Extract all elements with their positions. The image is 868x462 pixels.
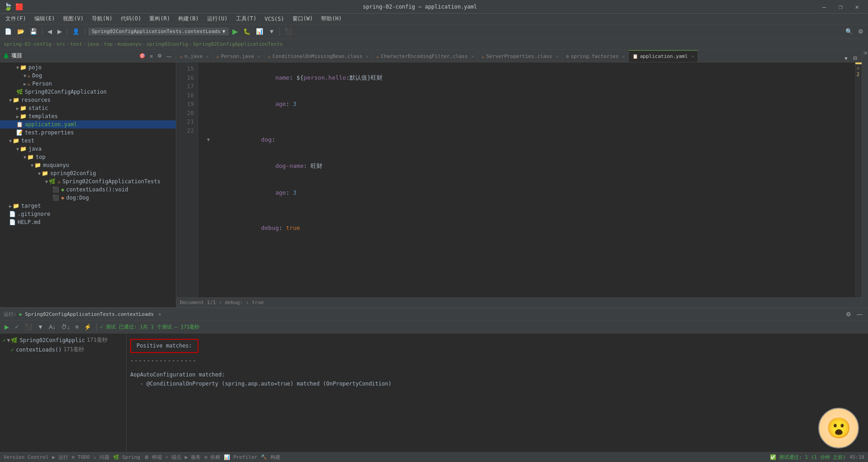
rerun-button[interactable]: ▶ <box>3 323 11 331</box>
menu-window[interactable]: 窗口(W) <box>289 14 317 24</box>
tab-close-button[interactable]: ✕ <box>366 54 368 59</box>
tree-item-contextloads[interactable]: ⬛ ◆ contextLoads():void <box>0 186 176 194</box>
stop-button[interactable]: ⬛ <box>283 27 294 36</box>
toolbar-user-button[interactable]: 👤 <box>71 27 81 36</box>
test-item-applic[interactable]: ✓ ▼ 🌿 Spring02ConfigApplic 171毫秒 <box>0 335 126 345</box>
run-config-selector[interactable]: Spring02ConfigApplicationTests.contextLo… <box>88 28 229 35</box>
status-run[interactable]: ▶ 运行 <box>52 454 68 461</box>
status-vcs[interactable]: Version Control <box>4 454 48 460</box>
tree-item-spring02configapptests[interactable]: ▼ 🌿 ☕ Spring02ConfigApplicationTests <box>0 177 176 186</box>
toggle-output-button[interactable]: ▼ <box>36 323 45 331</box>
status-services[interactable]: ▶ 服务 <box>185 454 201 461</box>
tree-item-helpmd[interactable]: 📄 HELP.md <box>0 218 176 226</box>
tab-close-button[interactable]: ✕ <box>206 54 209 59</box>
tab-springfactories[interactable]: ⚙ spring.factories ✕ <box>562 50 629 62</box>
sidebar-settings-button[interactable]: ⚙ <box>156 52 164 60</box>
bc-root[interactable]: spring-02-config <box>4 41 52 47</box>
expand-arrow[interactable]: ▼ <box>38 171 41 176</box>
bc-src[interactable]: src <box>57 41 66 47</box>
menu-tools[interactable]: 工具(T) <box>232 14 260 24</box>
tree-item-resources[interactable]: ▼ 📁 resources <box>0 96 176 104</box>
expand-arrow[interactable]: ▶ <box>9 204 12 209</box>
panel-tab-close[interactable]: ✕ <box>158 311 161 317</box>
menu-code[interactable]: 代码(O) <box>117 14 145 24</box>
tab-close-button[interactable]: ✕ <box>472 54 474 59</box>
status-problems[interactable]: ⚠ 问题 <box>93 454 109 461</box>
tab-split-button[interactable]: ⊟ <box>851 54 859 62</box>
filter-tests-button[interactable]: ⚡ <box>82 323 93 331</box>
tree-item-gitignore[interactable]: 📄 .gitignore <box>0 210 176 218</box>
status-build[interactable]: 🔨 构建 <box>261 454 280 461</box>
bc-muquanyu[interactable]: muquanyu <box>118 41 142 47</box>
tree-item-top[interactable]: ▼ 📁 top <box>0 153 176 161</box>
tab-conditionalonmissingbean[interactable]: ☕ ConditionalOnMissingBean.class ✕ <box>264 50 373 62</box>
menu-build[interactable]: 构建(B) <box>175 14 203 24</box>
menu-vcs[interactable]: VCS(S) <box>261 15 288 23</box>
tree-item-spring02configapp[interactable]: 🌿 Spring02ConfigApplication <box>0 88 176 96</box>
tree-item-dog-field[interactable]: ⬛ ◆ dog:Dog <box>0 194 176 202</box>
tree-item-target[interactable]: ▶ 📁 target <box>0 202 176 210</box>
expand-arrow[interactable]: ▶ <box>24 81 26 86</box>
status-endpoints[interactable]: ⚡ 端点 <box>165 454 181 461</box>
tab-application-yaml[interactable]: 📋 application.yaml ✕ <box>629 50 698 62</box>
status-deps[interactable]: ⚙ 依赖 <box>204 454 220 461</box>
tab-personjava[interactable]: ☕ Person.java ✕ <box>213 50 264 62</box>
toolbar-save-button[interactable]: 💾 <box>28 27 39 36</box>
sidebar-localize-button[interactable]: 🎯 <box>137 52 147 60</box>
toolbar-new-button[interactable]: 📄 <box>3 27 14 36</box>
debug-button[interactable]: 🐛 <box>241 27 252 36</box>
expand-arrow[interactable]: ▼ <box>24 155 26 160</box>
menu-help[interactable]: 帮助(H) <box>317 14 345 24</box>
tab-close-button[interactable]: ✕ <box>622 54 625 59</box>
tree-item-test-props[interactable]: 📝 test.properties <box>0 129 176 137</box>
tab-close-button[interactable]: ✕ <box>691 54 694 59</box>
tree-item-spring02config[interactable]: ▼ 📁 spring02config <box>0 169 176 177</box>
bc-test[interactable]: test <box>70 41 82 47</box>
status-terminal[interactable]: 🖥 终端 <box>144 454 162 461</box>
run-button[interactable]: ▶ <box>231 26 240 37</box>
settings-button[interactable]: ⚙ <box>856 27 865 36</box>
tab-recent-button[interactable]: ▼ <box>842 55 850 62</box>
menu-view[interactable]: 视图(V) <box>59 14 87 24</box>
sidebar-collapse-button[interactable]: ≡ <box>148 52 155 60</box>
tab-serverproperties[interactable]: ☕ ServerProperties.class ✕ <box>478 50 563 62</box>
stop-test-button[interactable]: ⬛ <box>23 323 34 331</box>
tree-item-muquanyu[interactable]: ▼ 📁 muquanyu <box>0 161 176 169</box>
expand-arrow[interactable]: ▼ <box>45 179 48 184</box>
toolbar-open-button[interactable]: 📂 <box>15 27 26 36</box>
fold-foldable[interactable]: ▼ <box>205 136 212 143</box>
tree-item-dog[interactable]: ▼ ☕ Dog <box>0 71 176 80</box>
menu-file[interactable]: 文件(F) <box>2 14 30 24</box>
panel-minimize-button[interactable]: — <box>855 310 864 319</box>
group-tests-button[interactable]: ≡ <box>74 323 81 331</box>
expand-arrow[interactable]: ▶ <box>16 114 19 119</box>
bc-class[interactable]: Spring02ConfigApplicationTests <box>193 41 283 47</box>
bc-top[interactable]: top <box>104 41 113 47</box>
warning-count[interactable]: ⚠ 2 <box>856 64 862 78</box>
status-spring[interactable]: 🌿 Spring <box>113 454 140 460</box>
test-item-contextloads[interactable]: ✓ contextLoads() 171毫秒 <box>0 345 126 354</box>
window-controls[interactable]: — ❐ ✕ <box>817 2 864 11</box>
expand-arrow[interactable]: ▼ <box>24 73 26 78</box>
close-button[interactable]: ✕ <box>850 2 864 11</box>
sidebar-close-button[interactable]: — <box>165 52 173 60</box>
sort-alpha-button[interactable]: A↓ <box>47 323 57 331</box>
tree-item-static[interactable]: ▶ 📁 static <box>0 104 176 112</box>
tab-njava[interactable]: ☕ n.java ✕ <box>176 50 213 62</box>
menu-run[interactable]: 运行(U) <box>203 14 231 24</box>
tab-characterencodingfilter[interactable]: ☕ CharacterEncodingFilter.class ✕ <box>373 50 478 62</box>
bc-spring02config[interactable]: spring02config <box>146 41 188 47</box>
search-button[interactable]: 🔍 <box>844 27 854 36</box>
tree-item-pojo[interactable]: ▼ 📁 pojo <box>0 63 176 71</box>
expand-arrow[interactable]: ▼ <box>16 147 19 152</box>
menu-navigate[interactable]: 导航(N) <box>88 14 116 24</box>
rsp-icon-1[interactable]: M <box>863 52 868 54</box>
coverage-button[interactable]: 📊 <box>254 27 265 36</box>
expand-arrow[interactable]: ▼ <box>9 98 12 103</box>
status-todo[interactable]: ≡ TODO <box>72 454 90 460</box>
more-run-button[interactable]: ▼ <box>267 27 276 36</box>
panel-settings-button[interactable]: ⚙ <box>844 310 853 319</box>
test-expand-icon[interactable]: ▼ <box>7 337 10 343</box>
tree-item-java[interactable]: ▼ 📁 java <box>0 145 176 153</box>
bc-java[interactable]: java <box>87 41 99 47</box>
